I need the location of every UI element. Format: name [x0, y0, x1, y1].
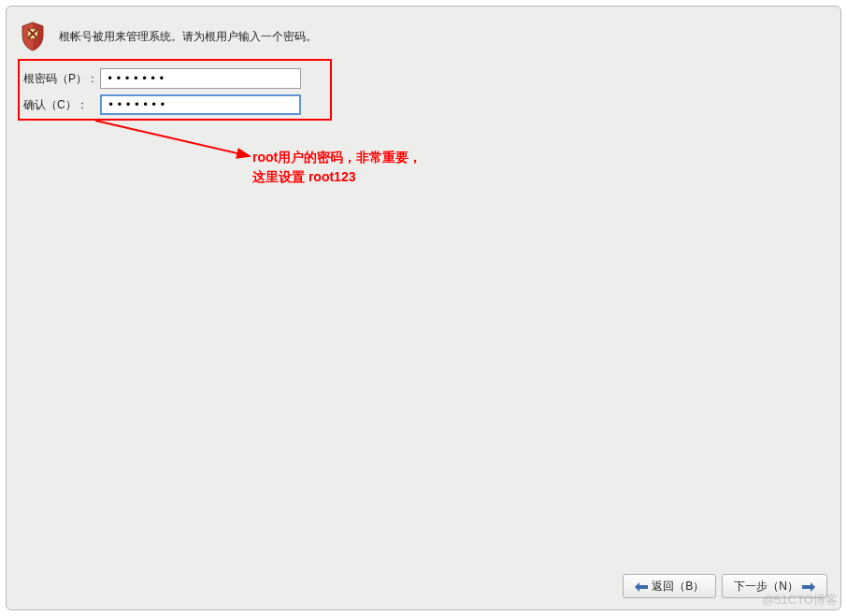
- password-label: 根密码（P）：: [23, 71, 100, 87]
- dialog-footer: 返回（B） 下一步（N）: [623, 574, 827, 598]
- annotation-text: root用户的密码，非常重要， 这里设置 root123: [252, 148, 422, 187]
- shield-icon: [20, 21, 46, 51]
- password-row: 根密码（P）：: [23, 68, 824, 89]
- next-button-label: 下一步（N）: [734, 579, 798, 595]
- confirm-password-input[interactable]: [100, 94, 301, 115]
- arrow-left-icon: [635, 581, 648, 591]
- password-form: 根密码（P）： 确认（C）：: [7, 59, 840, 130]
- arrow-right-icon: [802, 581, 815, 591]
- annotation-line-2: 这里设置 root123: [252, 167, 422, 187]
- back-button-label: 返回（B）: [652, 579, 704, 595]
- root-password-dialog: 根帐号被用来管理系统。请为根用户输入一个密码。 根密码（P）： 确认（C）： r…: [6, 6, 841, 610]
- root-password-input[interactable]: [100, 68, 301, 89]
- confirm-label: 确认（C）：: [23, 97, 100, 113]
- confirm-row: 确认（C）：: [23, 94, 824, 115]
- instruction-text: 根帐号被用来管理系统。请为根用户输入一个密码。: [59, 29, 317, 45]
- next-button[interactable]: 下一步（N）: [722, 574, 827, 598]
- back-button[interactable]: 返回（B）: [623, 574, 716, 598]
- annotation-line-1: root用户的密码，非常重要，: [252, 148, 422, 167]
- dialog-header: 根帐号被用来管理系统。请为根用户输入一个密码。: [7, 7, 840, 59]
